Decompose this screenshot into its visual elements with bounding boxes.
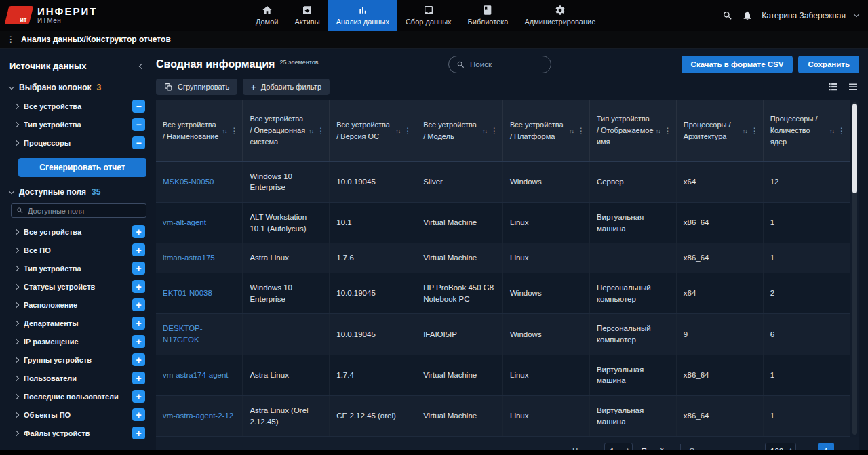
available-field-item[interactable]: Последние пользователи + (5, 387, 149, 405)
add-field-button[interactable]: + (132, 317, 145, 330)
add-field-button[interactable]: + (132, 353, 145, 366)
chevron-down-icon[interactable] (854, 12, 859, 17)
remove-column-button[interactable]: − (132, 136, 145, 149)
next-page-icon[interactable]: › (842, 446, 848, 450)
add-field-button[interactable]: + (132, 372, 145, 384)
nav-assets[interactable]: Активы (286, 0, 328, 31)
sort-icon[interactable]: ↑↓ (222, 127, 226, 134)
sort-icon[interactable]: ↑↓ (829, 127, 834, 134)
available-field-item[interactable]: Статусы устройств + (5, 277, 149, 296)
remove-column-button[interactable]: − (132, 118, 145, 131)
device-link[interactable]: vm-alt-agent (163, 218, 206, 226)
available-field-item[interactable]: Пользователи + (5, 369, 149, 387)
search-icon[interactable] (722, 10, 733, 21)
add-field-button[interactable]: + (132, 243, 145, 256)
table-row[interactable]: DESKTOP-N17GFOK10.0.19045IFAIOI5IPWindow… (156, 314, 850, 355)
nav-administration[interactable]: Администрирование (516, 0, 604, 31)
add-field-button[interactable]: + (132, 280, 145, 293)
table-row[interactable]: vm-alt-agentALT Workstation 10.1 (Autoly… (156, 202, 850, 243)
spinner-up-icon[interactable]: ▲ (789, 448, 793, 450)
brand[interactable]: ит ИНФЕРИТ ИТМен (7, 6, 129, 25)
generate-report-button[interactable]: Сгенерировать отчет (18, 158, 146, 177)
column-menu-icon[interactable]: ⋮ (749, 126, 759, 136)
available-field-item[interactable]: Файлы устройств + (5, 424, 149, 442)
table-row[interactable]: itman-astra175Astra Linux1.7.6Virtual Ma… (156, 243, 850, 273)
table-row[interactable]: EKT01-N0038Windows 10 Enterprise10.0.190… (156, 273, 850, 313)
add-field-button[interactable]: + (132, 225, 145, 238)
device-link[interactable]: vm-astra174-agent (163, 371, 229, 379)
column-header[interactable]: Процессоры / Архитектура ↑↓ ⋮ (676, 100, 763, 161)
table-row[interactable]: vm-astra174-agentAstra Linux1.7.4Virtual… (156, 355, 850, 395)
column-header[interactable]: Все устройства / Версия ОС ↑↓ ⋮ (330, 100, 416, 161)
available-field-item[interactable]: Объекты ПО + (5, 405, 149, 424)
scrollbar-thumb[interactable] (852, 104, 857, 193)
sort-icon[interactable]: ↑↓ (395, 127, 400, 134)
download-csv-button[interactable]: Скачать в формате CSV (682, 56, 793, 73)
available-field-item[interactable]: Расположение + (5, 296, 149, 314)
add-field-button[interactable]: + (132, 298, 145, 311)
device-link[interactable]: EKT01-N0038 (163, 289, 212, 297)
selected-column-item[interactable]: Все устройства − (5, 97, 149, 115)
save-button[interactable]: Сохранить (798, 56, 859, 73)
device-link[interactable]: DESKTOP-N17GFOK (163, 324, 203, 344)
device-link[interactable]: itman-astra175 (163, 254, 215, 262)
sort-icon[interactable]: ↑↓ (482, 127, 487, 134)
sort-icon[interactable]: ↑↓ (309, 127, 313, 134)
column-header[interactable]: Все устройства / Модель ↑↓ ⋮ (416, 100, 503, 161)
previous-page-icon[interactable]: ‹ (804, 446, 810, 450)
available-field-item[interactable]: Тип устройства + (5, 259, 149, 277)
go-to-page-button[interactable]: Перейти (641, 447, 672, 450)
available-field-item[interactable]: IP размещение + (5, 332, 149, 351)
column-header[interactable]: Все устройства / Операционная система ↑↓… (243, 100, 330, 161)
table-row[interactable]: MSK05-N0050Windows 10 Enterprise10.0.190… (156, 161, 850, 202)
sort-icon[interactable]: ↑↓ (656, 127, 660, 134)
nav-data-collection[interactable]: Сбор данных (397, 0, 460, 31)
fields-search-input[interactable] (28, 207, 141, 215)
device-link[interactable]: MSK05-N0050 (163, 178, 214, 186)
device-link[interactable]: vm-astra-agent-2-12 (163, 412, 233, 420)
table-search-input[interactable] (470, 60, 543, 68)
nav-data-analysis[interactable]: Анализ данных (328, 0, 397, 31)
page-number-input[interactable] (605, 447, 620, 450)
available-field-item[interactable]: Все ПО + (5, 241, 149, 259)
column-menu-icon[interactable]: ⋮ (229, 126, 238, 136)
column-header[interactable]: Процессоры / Количество ядер ↑↓ ⋮ (763, 100, 850, 161)
user-menu[interactable]: Катерина Забережная (762, 11, 846, 20)
table-view-icon[interactable] (827, 81, 839, 93)
selected-columns-header[interactable]: Выбрано колонок 3 (5, 79, 149, 97)
column-menu-icon[interactable]: ⋮ (489, 126, 498, 136)
column-header[interactable]: Все устройства / Наименование ↑↓ ⋮ (156, 100, 243, 161)
selected-column-item[interactable]: Процессоры − (5, 134, 149, 152)
sort-icon[interactable]: ↑↓ (743, 127, 747, 134)
column-menu-icon[interactable]: ⋮ (576, 126, 585, 136)
column-menu-icon[interactable]: ⋮ (402, 126, 412, 136)
column-menu-icon[interactable]: ⋮ (836, 126, 846, 136)
available-field-item[interactable]: Группы устройств + (5, 351, 149, 369)
add-field-button[interactable]: + (132, 408, 145, 421)
breadcrumb-grip-icon[interactable]: ⋮ (7, 35, 15, 43)
remove-column-button[interactable]: − (132, 100, 145, 113)
spinner-up-icon[interactable]: ▲ (626, 448, 630, 450)
list-view-icon[interactable] (847, 81, 859, 93)
add-field-button[interactable]: + (132, 390, 145, 403)
add-field-button[interactable]: + (132, 427, 145, 439)
column-header[interactable]: Тип устройства / Отображаемое имя ↑↓ ⋮ (589, 100, 676, 161)
available-fields-header[interactable]: Доступные поля 35 (5, 183, 149, 201)
table-row[interactable]: vm-astra-agent-2-12Astra Linux (Orel 2.1… (156, 395, 850, 436)
group-button[interactable]: Сгруппировать (156, 79, 237, 95)
selected-column-item[interactable]: Тип устройства − (5, 115, 149, 134)
available-field-item[interactable]: Департаменты + (5, 314, 149, 332)
available-field-item[interactable]: Все устройства + (5, 222, 149, 241)
nav-home[interactable]: Домой (248, 0, 287, 31)
rows-per-page-select[interactable]: 100 ▲ ▼ (765, 443, 796, 450)
nav-library[interactable]: Библиотека (460, 0, 517, 31)
add-filter-button[interactable]: + Добавить фильтр (243, 79, 330, 95)
column-menu-icon[interactable]: ⋮ (663, 126, 672, 136)
column-header[interactable]: Все устройства / Платформа ↑↓ ⋮ (503, 100, 590, 161)
column-menu-icon[interactable]: ⋮ (315, 126, 325, 136)
collapse-sidebar-icon[interactable] (139, 63, 144, 68)
sort-icon[interactable]: ↑↓ (569, 127, 574, 134)
add-field-button[interactable]: + (132, 262, 145, 275)
bell-icon[interactable] (742, 10, 753, 21)
current-page-button[interactable]: 1 (818, 443, 834, 450)
